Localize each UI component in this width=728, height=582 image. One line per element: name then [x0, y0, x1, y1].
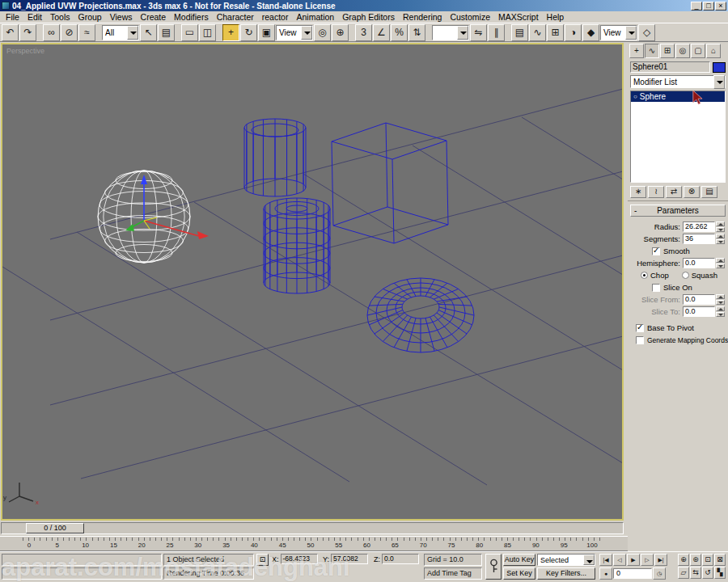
tab-motion[interactable]: ◎: [675, 44, 690, 58]
angle-snap-toggle-button[interactable]: ∠: [373, 24, 390, 41]
tab-utilities[interactable]: ⌂: [706, 44, 721, 58]
select-and-manipulate-button[interactable]: ⊕: [332, 24, 349, 41]
menu-graph-editors[interactable]: Graph Editors: [338, 12, 399, 22]
menu-edit[interactable]: Edit: [23, 12, 46, 22]
slice-on-checkbox[interactable]: [652, 284, 660, 292]
named-selection-sets-dropdown[interactable]: [432, 25, 469, 40]
tab-display[interactable]: ▢: [691, 44, 705, 58]
pan-button[interactable]: ⇆: [690, 567, 701, 579]
set-keys-button[interactable]: [485, 554, 502, 580]
slice-to-field[interactable]: 0.0: [683, 306, 715, 317]
modifier-stack[interactable]: ○ Sphere: [630, 91, 726, 183]
parameters-rollout-header[interactable]: - Parameters: [630, 205, 726, 217]
zoom-button[interactable]: ⊕: [678, 554, 689, 566]
select-and-uniform-scale-button[interactable]: ▣: [258, 24, 275, 41]
smooth-checkbox[interactable]: [652, 247, 660, 255]
tab-hierarchy[interactable]: ⊞: [660, 44, 675, 58]
timeline-slider-track[interactable]: 0 / 100: [1, 522, 624, 534]
zoom-extents-all-button[interactable]: ⊠: [714, 554, 726, 566]
schematic-view-button[interactable]: ⊞: [547, 24, 564, 41]
select-object-button[interactable]: ↖: [140, 24, 157, 41]
layer-manager-button[interactable]: ▤: [511, 24, 528, 41]
curve-editor-button[interactable]: ∿: [529, 24, 546, 41]
make-unique-button[interactable]: ⇄: [666, 186, 682, 198]
select-and-move-button[interactable]: +: [222, 24, 239, 41]
slice-from-field[interactable]: 0.0: [683, 294, 715, 305]
menu-views[interactable]: Views: [106, 12, 137, 22]
maximize-button[interactable]: □: [703, 2, 714, 11]
object-name-field[interactable]: Sphere01: [630, 61, 710, 73]
y-coordinate-field[interactable]: 57.0082: [331, 554, 368, 564]
minimize-button[interactable]: _: [691, 2, 702, 11]
viewport-perspective[interactable]: Perspective xy: [1, 43, 624, 521]
key-filters-button[interactable]: Key Filters...: [537, 567, 595, 580]
object-color-swatch[interactable]: [713, 62, 726, 73]
base-to-pivot-checkbox[interactable]: [636, 324, 644, 332]
field-of-view-button[interactable]: ▱: [678, 567, 689, 579]
add-time-tag[interactable]: Add Time Tag: [424, 567, 482, 580]
window-crossing-button[interactable]: ◫: [199, 24, 216, 41]
remove-modifier-button[interactable]: ⊗: [684, 186, 700, 198]
hemisphere-field[interactable]: 0.0: [683, 258, 715, 268]
menu-file[interactable]: File: [2, 12, 23, 22]
chop-radio[interactable]: [641, 272, 648, 279]
zoom-all-button[interactable]: ⊛: [690, 554, 701, 566]
modifier-stack-item-sphere[interactable]: ○ Sphere: [631, 91, 725, 102]
redo-button[interactable]: ↷: [19, 24, 36, 41]
tab-modify[interactable]: ∿: [645, 44, 659, 58]
segments-field[interactable]: 36: [683, 234, 715, 244]
radius-spinner[interactable]: [716, 221, 725, 232]
generate-mapping-coords-checkbox[interactable]: [636, 336, 644, 344]
spinner-snap-toggle-button[interactable]: ⇅: [408, 24, 425, 41]
quick-render-button[interactable]: ◇: [638, 24, 655, 41]
go-to-start-button[interactable]: |◀: [599, 554, 612, 566]
time-slider[interactable]: 0 / 100: [26, 523, 84, 534]
min-max-toggle-button[interactable]: ▚: [714, 567, 726, 579]
menu-animation[interactable]: Animation: [292, 12, 338, 22]
material-editor-button[interactable]: ◑: [565, 24, 582, 41]
track-bar[interactable]: 0510152025303540455055606570758085909510…: [0, 536, 628, 551]
select-and-rotate-button[interactable]: ↻: [240, 24, 257, 41]
menu-create[interactable]: Create: [137, 12, 171, 22]
percent-snap-toggle-button[interactable]: %: [391, 24, 408, 41]
bind-to-space-warp-button[interactable]: ≈: [78, 24, 95, 41]
render-scene-button[interactable]: ◆: [582, 24, 599, 41]
key-mode-toggle-button[interactable]: ●: [599, 567, 612, 580]
select-by-name-button[interactable]: ▤: [158, 24, 175, 41]
reference-coordinate-system-dropdown[interactable]: View: [276, 25, 313, 40]
menu-help[interactable]: Help: [543, 12, 569, 22]
snap-toggle-button[interactable]: 3: [355, 24, 372, 41]
x-coordinate-field[interactable]: -68.4323: [281, 554, 318, 564]
hemisphere-spinner[interactable]: [716, 258, 725, 268]
auto-key-button[interactable]: Auto Key: [503, 554, 535, 566]
menu-rendering[interactable]: Rendering: [399, 12, 446, 22]
arc-rotate-button[interactable]: ↺: [702, 567, 713, 579]
segments-spinner[interactable]: [716, 234, 725, 244]
menu-tools[interactable]: Tools: [46, 12, 74, 22]
unlink-selection-button[interactable]: ⊘: [61, 24, 78, 41]
set-key-button[interactable]: Set Key: [503, 567, 535, 580]
key-selection-dropdown[interactable]: Selected: [537, 554, 595, 566]
viewport-label[interactable]: Perspective: [6, 47, 44, 55]
slice-to-spinner[interactable]: [716, 306, 725, 317]
configure-modifier-sets-button[interactable]: ▤: [701, 186, 717, 198]
tab-create[interactable]: +: [629, 44, 644, 58]
menu-modifiers[interactable]: Modifiers: [170, 12, 213, 22]
render-type-dropdown[interactable]: View: [600, 25, 637, 40]
go-to-end-button[interactable]: ▶|: [654, 554, 667, 566]
menu-maxscript[interactable]: MAXScript: [494, 12, 543, 22]
z-coordinate-field[interactable]: 0.0: [382, 554, 419, 564]
play-animation-button[interactable]: ▶: [627, 554, 640, 566]
previous-frame-button[interactable]: ◁: [613, 554, 626, 566]
menu-group[interactable]: Group: [74, 12, 106, 22]
menu-reactor[interactable]: reactor: [258, 12, 293, 22]
next-frame-button[interactable]: ▷: [641, 554, 654, 566]
align-button[interactable]: ∥: [488, 24, 505, 41]
use-pivot-point-center-button[interactable]: ◎: [314, 24, 331, 41]
selection-lock-toggle[interactable]: ⊡: [256, 554, 269, 566]
menu-customize[interactable]: Customize: [446, 12, 494, 22]
modifier-list-dropdown[interactable]: Modifier List: [630, 75, 726, 88]
pin-stack-button[interactable]: ∗: [630, 186, 646, 198]
rectangular-selection-region-button[interactable]: ▭: [181, 24, 198, 41]
current-frame-field[interactable]: 0: [613, 568, 652, 579]
